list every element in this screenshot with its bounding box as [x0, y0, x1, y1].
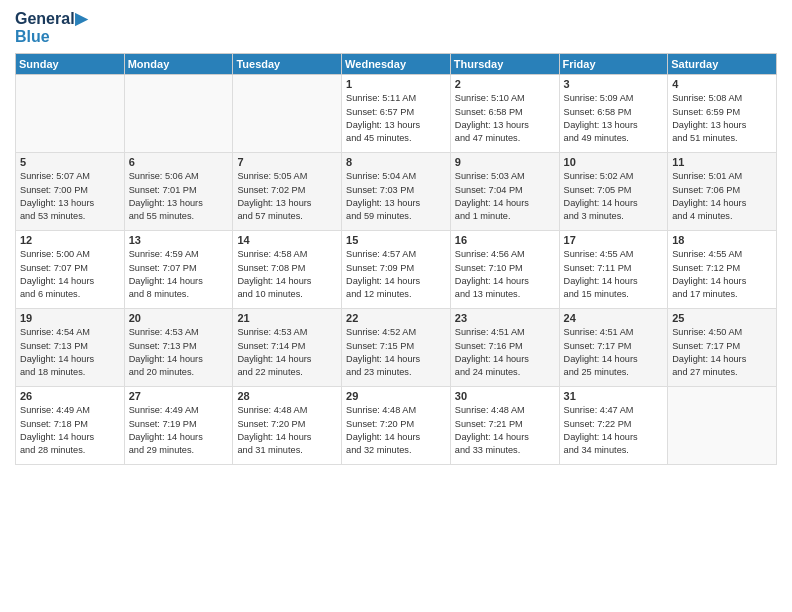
info-line: Sunset: 7:12 PM	[672, 263, 740, 273]
day-number: 13	[129, 234, 229, 246]
logo-text: General▶ Blue	[15, 10, 87, 45]
info-line: Sunset: 7:08 PM	[237, 263, 305, 273]
info-line: Sunset: 7:03 PM	[346, 185, 414, 195]
info-line: Daylight: 13 hours	[346, 120, 420, 130]
calendar-cell: 20Sunrise: 4:53 AMSunset: 7:13 PMDayligh…	[124, 309, 233, 387]
info-line: Daylight: 14 hours	[20, 354, 94, 364]
day-info: Sunrise: 4:52 AMSunset: 7:15 PMDaylight:…	[346, 326, 446, 379]
day-number: 31	[564, 390, 664, 402]
info-line: and 29 minutes.	[129, 445, 194, 455]
weekday-header-friday: Friday	[559, 54, 668, 75]
info-line: Sunset: 7:13 PM	[129, 341, 197, 351]
info-line: Sunset: 7:16 PM	[455, 341, 523, 351]
day-info: Sunrise: 5:00 AMSunset: 7:07 PMDaylight:…	[20, 248, 120, 301]
info-line: and 28 minutes.	[20, 445, 85, 455]
logo: General▶ Blue	[15, 10, 87, 45]
info-line: Sunset: 7:10 PM	[455, 263, 523, 273]
day-number: 22	[346, 312, 446, 324]
info-line: Sunset: 7:21 PM	[455, 419, 523, 429]
info-line: Daylight: 14 hours	[20, 276, 94, 286]
calendar-cell: 25Sunrise: 4:50 AMSunset: 7:17 PMDayligh…	[668, 309, 777, 387]
weekday-header-sunday: Sunday	[16, 54, 125, 75]
info-line: Daylight: 14 hours	[455, 432, 529, 442]
info-line: Daylight: 14 hours	[672, 276, 746, 286]
info-line: Daylight: 14 hours	[129, 432, 203, 442]
info-line: and 23 minutes.	[346, 367, 411, 377]
info-line: and 13 minutes.	[455, 289, 520, 299]
info-line: Sunrise: 4:48 AM	[455, 405, 525, 415]
day-number: 3	[564, 78, 664, 90]
info-line: Sunrise: 5:09 AM	[564, 93, 634, 103]
info-line: Sunrise: 4:50 AM	[672, 327, 742, 337]
day-number: 9	[455, 156, 555, 168]
info-line: Sunrise: 4:53 AM	[237, 327, 307, 337]
info-line: Daylight: 13 hours	[346, 198, 420, 208]
weekday-header-monday: Monday	[124, 54, 233, 75]
info-line: Daylight: 14 hours	[20, 432, 94, 442]
info-line: Daylight: 13 hours	[564, 120, 638, 130]
calendar-cell: 16Sunrise: 4:56 AMSunset: 7:10 PMDayligh…	[450, 231, 559, 309]
calendar-cell: 2Sunrise: 5:10 AMSunset: 6:58 PMDaylight…	[450, 75, 559, 153]
day-number: 30	[455, 390, 555, 402]
day-number: 8	[346, 156, 446, 168]
info-line: Sunrise: 5:05 AM	[237, 171, 307, 181]
day-number: 17	[564, 234, 664, 246]
calendar-table: SundayMondayTuesdayWednesdayThursdayFrid…	[15, 53, 777, 465]
calendar-week-1: 1Sunrise: 5:11 AMSunset: 6:57 PMDaylight…	[16, 75, 777, 153]
info-line: Sunset: 7:07 PM	[129, 263, 197, 273]
info-line: and 3 minutes.	[564, 211, 624, 221]
day-info: Sunrise: 4:49 AMSunset: 7:18 PMDaylight:…	[20, 404, 120, 457]
calendar-cell: 23Sunrise: 4:51 AMSunset: 7:16 PMDayligh…	[450, 309, 559, 387]
day-info: Sunrise: 4:54 AMSunset: 7:13 PMDaylight:…	[20, 326, 120, 379]
info-line: Daylight: 14 hours	[346, 276, 420, 286]
day-number: 2	[455, 78, 555, 90]
info-line: Daylight: 14 hours	[455, 276, 529, 286]
info-line: Sunset: 7:01 PM	[129, 185, 197, 195]
day-number: 10	[564, 156, 664, 168]
info-line: Sunrise: 5:06 AM	[129, 171, 199, 181]
info-line: and 31 minutes.	[237, 445, 302, 455]
info-line: and 32 minutes.	[346, 445, 411, 455]
day-number: 5	[20, 156, 120, 168]
info-line: and 25 minutes.	[564, 367, 629, 377]
info-line: and 27 minutes.	[672, 367, 737, 377]
day-number: 18	[672, 234, 772, 246]
info-line: Sunrise: 4:56 AM	[455, 249, 525, 259]
info-line: and 34 minutes.	[564, 445, 629, 455]
page-container: General▶ Blue SundayMondayTuesdayWednesd…	[0, 0, 792, 470]
day-info: Sunrise: 4:56 AMSunset: 7:10 PMDaylight:…	[455, 248, 555, 301]
day-number: 14	[237, 234, 337, 246]
day-info: Sunrise: 5:11 AMSunset: 6:57 PMDaylight:…	[346, 92, 446, 145]
day-number: 7	[237, 156, 337, 168]
day-number: 15	[346, 234, 446, 246]
info-line: Daylight: 14 hours	[129, 354, 203, 364]
info-line: Sunrise: 5:08 AM	[672, 93, 742, 103]
day-number: 21	[237, 312, 337, 324]
info-line: and 12 minutes.	[346, 289, 411, 299]
info-line: Sunset: 7:20 PM	[346, 419, 414, 429]
info-line: and 51 minutes.	[672, 133, 737, 143]
day-info: Sunrise: 4:51 AMSunset: 7:16 PMDaylight:…	[455, 326, 555, 379]
day-info: Sunrise: 5:06 AMSunset: 7:01 PMDaylight:…	[129, 170, 229, 223]
day-number: 11	[672, 156, 772, 168]
calendar-cell: 10Sunrise: 5:02 AMSunset: 7:05 PMDayligh…	[559, 153, 668, 231]
calendar-cell: 17Sunrise: 4:55 AMSunset: 7:11 PMDayligh…	[559, 231, 668, 309]
info-line: Sunset: 7:06 PM	[672, 185, 740, 195]
calendar-week-2: 5Sunrise: 5:07 AMSunset: 7:00 PMDaylight…	[16, 153, 777, 231]
info-line: Daylight: 13 hours	[237, 198, 311, 208]
calendar-cell: 12Sunrise: 5:00 AMSunset: 7:07 PMDayligh…	[16, 231, 125, 309]
calendar-cell: 28Sunrise: 4:48 AMSunset: 7:20 PMDayligh…	[233, 387, 342, 465]
info-line: Sunset: 7:17 PM	[672, 341, 740, 351]
calendar-cell: 30Sunrise: 4:48 AMSunset: 7:21 PMDayligh…	[450, 387, 559, 465]
info-line: Sunset: 6:58 PM	[455, 107, 523, 117]
day-number: 16	[455, 234, 555, 246]
day-info: Sunrise: 4:55 AMSunset: 7:11 PMDaylight:…	[564, 248, 664, 301]
info-line: Sunrise: 5:02 AM	[564, 171, 634, 181]
calendar-cell: 27Sunrise: 4:49 AMSunset: 7:19 PMDayligh…	[124, 387, 233, 465]
info-line: Sunset: 7:14 PM	[237, 341, 305, 351]
day-number: 29	[346, 390, 446, 402]
info-line: and 10 minutes.	[237, 289, 302, 299]
info-line: Daylight: 14 hours	[455, 198, 529, 208]
calendar-cell: 29Sunrise: 4:48 AMSunset: 7:20 PMDayligh…	[342, 387, 451, 465]
calendar-week-4: 19Sunrise: 4:54 AMSunset: 7:13 PMDayligh…	[16, 309, 777, 387]
